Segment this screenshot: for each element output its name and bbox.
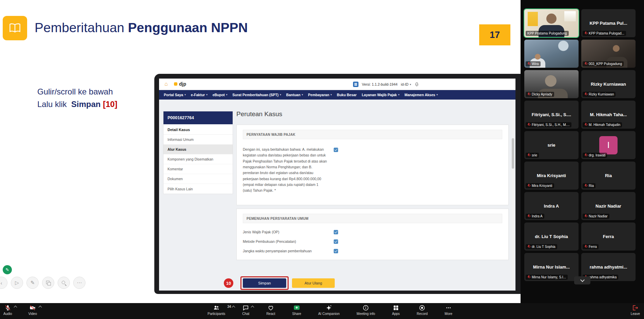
nav-ebupot[interactable]: eBupot▾ <box>213 93 228 97</box>
participant-tile[interactable]: KPP Patama Pul... KPP Patama Pulogad... <box>581 9 636 37</box>
more-button[interactable]: More <box>445 304 452 316</box>
participant-tile[interactable]: KPP Pratama Pulogadung <box>524 9 579 37</box>
app-scrollbar[interactable] <box>512 100 514 289</box>
shared-screen-slide: Pemberitahuan Penggunaan NPPN 17 Gulir/s… <box>0 0 521 303</box>
chevron-down-icon: ▾ <box>302 93 303 96</box>
apps-button[interactable]: Apps <box>392 304 400 316</box>
chat-button[interactable]: Chat <box>242 304 249 316</box>
save-button[interactable]: Simpan <box>243 278 286 288</box>
participant-name-label: Indra A <box>526 214 544 219</box>
participant-tile[interactable]: Nazir Nadiar Nazir Nadiar <box>581 192 636 220</box>
ai-companion-button[interactable]: AI Companion <box>318 304 339 316</box>
nav-manajemen-akses[interactable]: Manajemen Akses▾ <box>405 93 438 97</box>
participant-name-label: Dicky Apriady <box>526 92 554 97</box>
participant-tile[interactable]: srie srie <box>524 131 579 159</box>
sidebar-item-informasi-umum[interactable]: Informasi Umum <box>163 135 233 145</box>
chat-icon <box>242 304 249 311</box>
annotation-pen-indicator[interactable]: ✎ <box>3 265 12 274</box>
nav-pembayaran[interactable]: Pembayaran▾ <box>308 93 332 97</box>
previous-slide-button[interactable]: ‹ <box>0 277 7 289</box>
participant-tile[interactable]: I drg. Irawati <box>581 131 636 159</box>
participant-tile[interactable]: Rizky Kurniawan Rizky Kurniawan <box>581 70 636 98</box>
participant-avatar: I <box>599 136 618 154</box>
react-button[interactable]: React <box>266 304 275 316</box>
nav-spt[interactable]: Surat Pemberitahuan (SPT)▾ <box>232 93 281 97</box>
statement-text: Dengan ini, saya beritahukan bahwa: A. m… <box>243 147 328 194</box>
participant-name-label: Nazir Nadiar <box>583 214 609 219</box>
participant-name-label: Ferra <box>583 244 599 249</box>
app-content: P0001627764 Detail Kasus Informasi Umum … <box>159 100 515 291</box>
nav-e-faktur[interactable]: e-Faktur▾ <box>191 93 208 97</box>
locale-select[interactable]: id-ID ▾ <box>401 82 411 86</box>
next-slide-button[interactable]: ▷ <box>11 277 23 289</box>
participant-tile[interactable]: Mirna Nur Islam... Mirna Nur Islamy, S.I… <box>524 253 579 281</box>
zoom-meeting-window: Pemberitahuan Penggunaan NPPN 17 Gulir/s… <box>0 0 644 319</box>
nav-portal-saya[interactable]: Portal Saya▾ <box>164 93 186 97</box>
participant-tile[interactable]: Wira <box>524 40 579 68</box>
share-screen-button[interactable]: Share <box>292 304 301 316</box>
participant-tile[interactable]: 003_KPP Pulogadung <box>581 40 636 68</box>
toolbar-center-group: Participants 34 Chat React <box>208 304 452 316</box>
participant-name-label: M. Hikmah Tahajudin <box>583 122 622 127</box>
browser-bar: ⌂ djp Versi: 1.1.2-build-1944 id-ID ▾ <box>159 79 515 90</box>
statement-row: Dengan ini, saya beritahukan bahwa: A. m… <box>243 147 502 194</box>
chevron-down-icon: ▾ <box>331 93 332 96</box>
persyaratan-card: PEMENUHAN PERSYARATAN UMUM Jenis Wajib P… <box>236 209 509 260</box>
participant-tile[interactable]: Indra A Indra A <box>524 192 579 220</box>
chevron-down-icon: ▾ <box>184 93 186 96</box>
participant-tile[interactable]: Ferra Ferra <box>581 222 636 251</box>
nav-bantuan[interactable]: Bantuan▾ <box>286 93 303 97</box>
chevron-up-icon[interactable] <box>39 306 42 309</box>
sidebar-item-komponen[interactable]: Komponen yang Disematkan <box>163 154 233 164</box>
participant-tile[interactable]: M. Hikmah Taha... M. Hikmah Tahajudin <box>581 101 636 129</box>
zoom-tool-button[interactable] <box>58 277 70 289</box>
participant-tile[interactable]: dr. Liu T Sophia dr. Liu T Sophia <box>524 222 579 251</box>
app-scrollbar-thumb[interactable] <box>512 138 514 169</box>
shapes-tool-button[interactable] <box>42 277 54 289</box>
record-button[interactable]: Record <box>417 304 428 316</box>
chevron-down-icon: ▾ <box>410 83 411 86</box>
red-highlight-annotation: Simpan <box>240 276 289 290</box>
participant-tile[interactable]: Ria Ria <box>581 162 636 190</box>
meeting-info-button[interactable]: Meeting info <box>357 304 375 316</box>
chevron-up-icon[interactable] <box>251 306 254 309</box>
participants-button[interactable]: Participants 34 <box>208 304 225 316</box>
home-icon[interactable]: ⌂ <box>164 81 168 87</box>
reset-button[interactable]: Atur Ulang <box>292 278 335 288</box>
participant-name-label: Ria <box>583 183 596 188</box>
jenis-wajib-pajak-checkbox[interactable] <box>334 230 338 234</box>
metode-pembukuan-checkbox[interactable] <box>334 239 338 244</box>
pencil-tool-button[interactable]: ✎ <box>26 277 39 289</box>
share-screen-icon <box>293 304 301 311</box>
muted-mic-icon <box>527 153 530 157</box>
more-participants-button[interactable] <box>574 276 590 284</box>
more-tools-button[interactable]: ⋯ <box>73 277 85 289</box>
jangka-waktu-checkbox[interactable] <box>334 249 338 253</box>
nav-buku-besar[interactable]: Buku Besar <box>337 93 356 97</box>
muted-mic-icon <box>527 245 530 249</box>
statement-checkbox[interactable] <box>334 148 338 152</box>
instruction-line2: Lalu klik Simpan [10] <box>37 98 117 110</box>
participant-tile[interactable]: Dicky Apriady <box>524 70 579 98</box>
participant-tile[interactable]: Fitriyani, S.Si., S.... Fitriyani, S.Si.… <box>524 101 579 129</box>
chevron-up-icon[interactable] <box>14 306 17 309</box>
participant-tile[interactable]: Mira Krisyanti Mira Krisyanti <box>524 162 579 190</box>
sidebar-item-alur-kasus[interactable]: Alur Kasus <box>163 145 233 154</box>
participant-name-label: Wira <box>526 61 541 66</box>
video-button[interactable]: Video <box>28 304 37 316</box>
participant-name-label: drg. Irawati <box>583 153 607 158</box>
slide-title-regular: Pemberitahuan <box>35 20 124 35</box>
sidebar-item-pilih-kasus-lain[interactable]: Pilih Kasus Lain <box>163 184 233 194</box>
sidebar-item-komentar[interactable]: Komentar <box>163 164 233 174</box>
leave-meeting-button[interactable]: Leave <box>631 304 640 316</box>
chevron-up-icon[interactable] <box>232 306 235 309</box>
sidebar-item-dokumen[interactable]: Dokumen <box>163 174 233 184</box>
audio-button[interactable]: Audio <box>3 304 12 316</box>
bell-icon[interactable] <box>414 82 419 87</box>
muted-mic-icon <box>527 123 530 127</box>
participant-name-label: dr. Liu T Sophia <box>526 244 557 249</box>
participant-name-label: KPP Patama Pulogad... <box>583 31 626 36</box>
zoom-toolbar: Audio Video Pa <box>0 303 644 319</box>
participant-name-label: KPP Pratama Pulogadung <box>526 31 569 36</box>
nav-layanan-wajib-pajak[interactable]: Layanan Wajib Pajak▾ <box>362 93 399 97</box>
